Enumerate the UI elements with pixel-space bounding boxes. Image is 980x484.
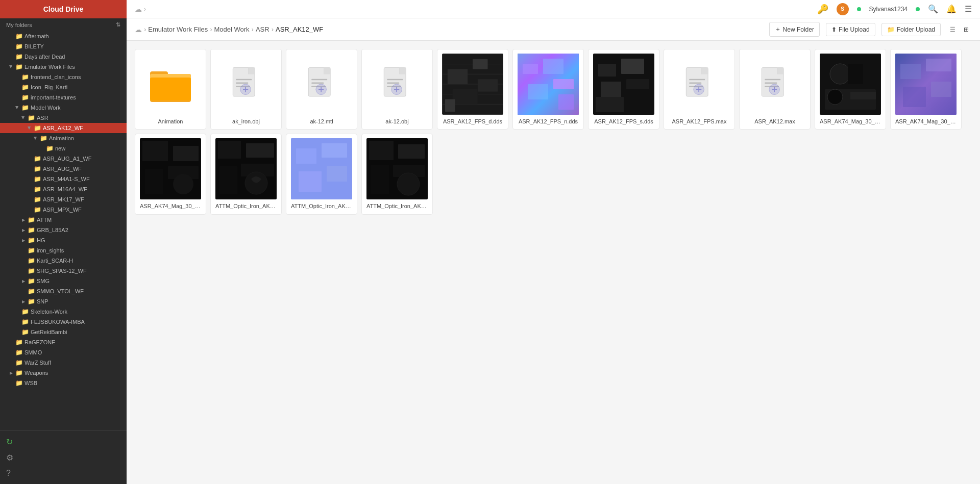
- menu-icon[interactable]: ☰: [965, 4, 972, 14]
- tree-item-grb_l85a2[interactable]: ▶📁GRB_L85A2: [0, 225, 127, 235]
- tree-item-label: ASR_MK17_WF: [43, 196, 84, 202]
- tree-item-asr_m16a4_wf[interactable]: 📁ASR_M16A4_WF: [0, 184, 127, 194]
- sync-button[interactable]: ↻: [0, 434, 127, 450]
- file-item[interactable]: ATTM_Optic_Iron_AK1...: [286, 134, 357, 214]
- svg-rect-58: [777, 67, 783, 74]
- new-folder-label: New Folder: [783, 26, 814, 33]
- file-item[interactable]: ASR_AK12.max: [739, 49, 811, 130]
- tree-item-asr_m4a1-s_wf[interactable]: 📁ASR_M4A1-S_WF: [0, 174, 127, 184]
- tree-item-ragezone[interactable]: 📁RaGEZONE: [0, 337, 127, 347]
- folder-upload-button[interactable]: 📁 Folder Upload: [881, 23, 941, 36]
- tree-item-important-textures[interactable]: 📁important-textures: [0, 92, 127, 103]
- tree-item-asr_aug_wf[interactable]: 📁ASR_AUG_WF: [0, 164, 127, 174]
- tree-item-label: GetRektBambi: [31, 329, 67, 335]
- tree-item-hg[interactable]: ▶📁HG: [0, 235, 127, 245]
- tree-item-days-after-dead[interactable]: 📁Days after Dead: [0, 52, 127, 62]
- breadcrumb-item-3[interactable]: ASR: [256, 26, 270, 33]
- tree-arrow: ▶: [27, 125, 33, 131]
- bell-icon[interactable]: 🔔: [946, 4, 957, 14]
- file-name-label: ASR_AK12.max: [754, 118, 795, 125]
- tree-item-shg_spas-12_wf[interactable]: 📁SHG_SPAS-12_WF: [0, 266, 127, 276]
- svg-rect-68: [850, 92, 876, 99]
- sort-button[interactable]: ⇅: [116, 21, 120, 28]
- tree-item-asr_mpx_wf[interactable]: 📁ASR_MPX_WF: [0, 205, 127, 215]
- new-folder-button[interactable]: ＋ New Folder: [769, 22, 820, 37]
- tree-item-animation[interactable]: ▶📁Animation: [0, 133, 127, 143]
- svg-rect-72: [926, 59, 951, 71]
- file-item[interactable]: ASR_AK74_Mag_30_01...: [135, 134, 206, 214]
- tree-item-model-work[interactable]: ▶📁Model Work: [0, 103, 127, 113]
- search-icon[interactable]: 🔍: [928, 4, 938, 14]
- tree-item-smmo_vtol_wf[interactable]: 📁SMMO_VTOL_WF: [0, 286, 127, 296]
- folder-icon: 📁: [21, 308, 29, 315]
- tree-item-asr[interactable]: ▶📁ASR: [0, 113, 127, 123]
- svg-rect-20: [399, 67, 406, 74]
- folder-icon: 📁: [46, 145, 53, 152]
- file-item[interactable]: ASR_AK74_Mag_30_01...: [815, 49, 886, 130]
- svg-rect-92: [299, 171, 322, 192]
- folder-icon: 📁: [28, 267, 35, 274]
- my-folders-label: My folders: [6, 22, 32, 28]
- tree-item-label: Days after Dead: [24, 54, 65, 60]
- tree-arrow: ▶: [20, 237, 27, 243]
- tree-item-smmo[interactable]: 📁SMMO: [0, 347, 127, 358]
- folder-icon: 📁: [21, 94, 29, 101]
- tree-item-asr_ak12_wf[interactable]: ▶📁ASR_AK12_WF: [0, 123, 127, 133]
- folder-icon: 📁: [15, 369, 22, 376]
- tree-arrow: ▶: [20, 217, 27, 223]
- svg-rect-71: [900, 64, 921, 79]
- list-view-button[interactable]: ☰: [947, 24, 959, 35]
- optic-tex-3: [366, 138, 428, 199]
- breadcrumb-item-4[interactable]: ASR_AK12_WF: [276, 26, 323, 33]
- file-thumbnail: [669, 54, 730, 115]
- file-item[interactable]: ASR_AK12_FPS_d.dds: [437, 49, 508, 130]
- file-item[interactable]: ATTM_Optic_Iron_AK1...: [210, 134, 282, 214]
- tree-arrow: [8, 360, 14, 366]
- file-item[interactable]: ASR_AK12_FPS_n.dds: [512, 49, 584, 130]
- tree-arrow: [27, 166, 33, 172]
- tree-arrow: [27, 196, 33, 202]
- svg-rect-40: [553, 79, 574, 89]
- file-svg: [684, 66, 715, 102]
- tree-item-wsb[interactable]: 📁WSB: [0, 378, 127, 388]
- breadcrumb-item-1[interactable]: Emulator Work Files: [148, 26, 208, 33]
- tree-item-karti_scar-h[interactable]: 📁Karti_SCAR-H: [0, 256, 127, 266]
- tree-item-fejsbukowa-imba[interactable]: 📁FEJSBUKOWA-IMBA: [0, 317, 127, 327]
- tree-item-iron_sights[interactable]: 📁iron_sights: [0, 245, 127, 256]
- file-item[interactable]: ak-12.mtl: [286, 49, 357, 130]
- file-upload-button[interactable]: ⬆ File Upload: [826, 23, 875, 36]
- file-item[interactable]: ASR_AK12_FPS_s.dds: [588, 49, 659, 130]
- tree-item-emulator-work-files[interactable]: ▶📁Emulator Work Files: [0, 62, 127, 72]
- tree-item-asr_aug_a1_wf[interactable]: 📁ASR_AUG_A1_WF: [0, 154, 127, 164]
- file-item[interactable]: ak_iron.obj: [210, 49, 282, 130]
- tree-item-getrektbambi[interactable]: 📁GetRektBambi: [0, 327, 127, 337]
- file-item[interactable]: ATTM_Optic_Iron_AK1...: [361, 134, 433, 214]
- folder-icon: 📁: [28, 226, 35, 234]
- file-item[interactable]: ASR_AK74_Mag_30_01...: [890, 49, 962, 130]
- optic-tex-1: [215, 138, 277, 199]
- tree-item-label: ASR_M4A1-S_WF: [43, 176, 90, 182]
- help-button[interactable]: ?: [0, 466, 127, 481]
- breadcrumb-home-icon[interactable]: ☁: [135, 26, 142, 34]
- tree-arrow: [8, 33, 14, 39]
- tree-item-asr_mk17_wf[interactable]: 📁ASR_MK17_WF: [0, 194, 127, 205]
- file-item[interactable]: ASR_AK12_FPS.max: [664, 49, 735, 130]
- tree-item-label: SMMO_VTOL_WF: [37, 288, 84, 294]
- tree-item-snp[interactable]: ▶📁SNP: [0, 296, 127, 307]
- tree-item-skeleton-work[interactable]: 📁Skeleton-Work: [0, 307, 127, 317]
- file-name-label: ASR_AK74_Mag_30_01...: [820, 118, 881, 125]
- tree-item-warz-stuff[interactable]: 📁WarZ Stuff: [0, 358, 127, 368]
- tree-item-new[interactable]: 📁new: [0, 143, 127, 154]
- grid-view-button[interactable]: ⊞: [961, 24, 972, 35]
- settings-button[interactable]: ⚙: [0, 450, 127, 466]
- tree-item-attm[interactable]: ▶📁ATTM: [0, 215, 127, 225]
- tree-item-bilety[interactable]: 📁BILETY: [0, 41, 127, 52]
- tree-item-weapons[interactable]: ▶📁Weapons: [0, 368, 127, 378]
- tree-item-frontend_clan_icons[interactable]: 📁frontend_clan_icons: [0, 72, 127, 82]
- breadcrumb-item-2[interactable]: Model Work: [214, 26, 249, 33]
- file-item[interactable]: ak-12.obj: [361, 49, 433, 130]
- tree-item-icon_rig_karti[interactable]: 📁Icon_Rig_Karti: [0, 82, 127, 92]
- tree-item-aftermath[interactable]: 📁Aftermath: [0, 31, 127, 41]
- tree-item-smg[interactable]: ▶📁SMG: [0, 276, 127, 286]
- file-item[interactable]: Animation: [135, 49, 206, 130]
